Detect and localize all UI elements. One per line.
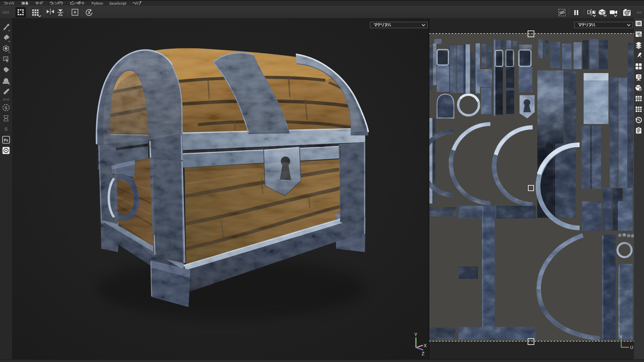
svg-text:S: S xyxy=(5,106,7,110)
svg-text:Python: Python xyxy=(92,1,103,5)
svg-text:Ps: Ps xyxy=(4,138,8,142)
svg-text:U: U xyxy=(630,345,633,350)
svg-text:X: X xyxy=(424,343,427,348)
svg-text:Y: Y xyxy=(414,332,418,337)
svg-text:V: V xyxy=(620,335,622,339)
svg-text:JavaScript: JavaScript xyxy=(109,1,126,5)
svg-text:S: S xyxy=(4,126,8,132)
svg-text:Z: Z xyxy=(422,351,425,356)
